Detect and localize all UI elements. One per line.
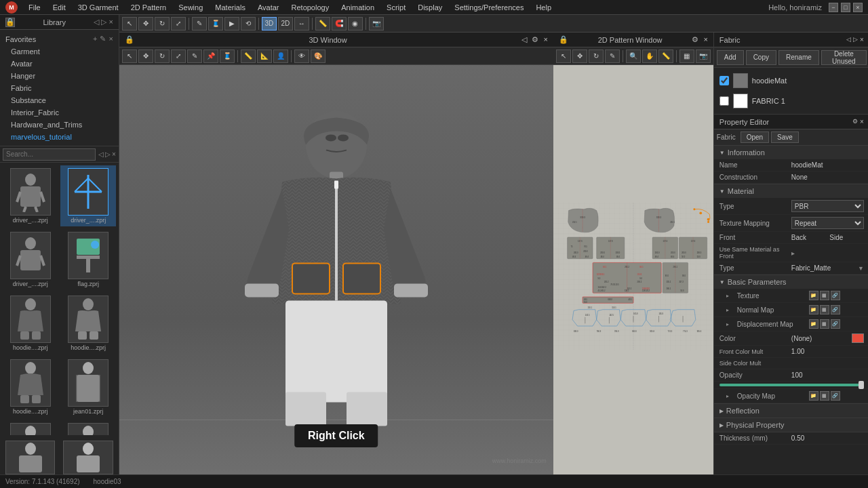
3d-tb-pin[interactable]: 📌 xyxy=(203,49,218,63)
disp-browse-icon[interactable]: 📁 xyxy=(809,319,818,329)
delete-fabric-button[interactable]: Delete Unused xyxy=(821,50,867,65)
minimize-btn[interactable]: − xyxy=(829,3,838,12)
disp-grid-icon[interactable]: ▦ xyxy=(820,319,829,329)
prop-section-material-header[interactable]: ▼ Material xyxy=(714,184,868,198)
menu-materials[interactable]: Materials xyxy=(210,2,251,13)
2d-tb-camera[interactable]: 📷 xyxy=(696,49,711,63)
list-item[interactable]: driver_....zprj xyxy=(60,165,115,226)
3d-tb-rotate[interactable]: ↻ xyxy=(155,49,170,63)
list-item[interactable]: driver_....zprj xyxy=(3,165,58,226)
normalmap-link-icon[interactable]: 🔗 xyxy=(831,305,840,314)
toolbar-xray[interactable]: ◉ xyxy=(348,17,363,30)
toolbar-rotate[interactable]: ↻ xyxy=(155,17,170,30)
library-close-icon[interactable]: × xyxy=(108,18,113,26)
opmap-browse-icon[interactable]: 📁 xyxy=(809,391,818,401)
fav-hanger[interactable]: Hanger xyxy=(0,70,119,82)
fabric-swatch-hoodiemat[interactable] xyxy=(733,73,748,88)
fav-garment[interactable]: Garment xyxy=(0,45,119,58)
close-btn[interactable]: × xyxy=(853,3,863,12)
3d-tb-avatar[interactable]: 👤 xyxy=(273,49,288,63)
filter-close-icon[interactable]: × xyxy=(112,150,116,158)
opmap-link-icon[interactable]: 🔗 xyxy=(831,391,840,401)
3d-tb-edit[interactable]: ✎ xyxy=(187,49,202,63)
prop-save-button[interactable]: Save xyxy=(771,131,799,143)
list-item[interactable]: hoodie....zprj xyxy=(60,293,115,354)
menu-retopology[interactable]: Retopology xyxy=(286,2,335,13)
fabric-list-item-hoodiemat[interactable]: hoodieMat xyxy=(717,70,867,91)
opmap-grid-icon[interactable]: ▦ xyxy=(820,391,829,401)
library-search-input[interactable] xyxy=(3,148,96,161)
menu-settings[interactable]: Settings/Preferences xyxy=(449,2,529,13)
fabric-panel-close[interactable]: × xyxy=(860,36,864,43)
filter-prev-icon[interactable]: ◁ xyxy=(98,150,104,158)
viewport-3d-settings[interactable]: ⚙ xyxy=(532,35,538,43)
3d-tb-select[interactable]: ↖ xyxy=(122,49,137,63)
prop-type2-arrow[interactable]: ▼ xyxy=(858,265,864,272)
prop-editor-settings[interactable]: ⚙ xyxy=(852,118,858,125)
fabric-list-item-fabric1[interactable]: FABRIC 1 xyxy=(717,91,867,111)
list-item[interactable]: flag.zprj xyxy=(60,229,115,290)
toolbar-edit[interactable]: ✎ xyxy=(192,17,207,30)
list-item[interactable]: layer.zprj xyxy=(60,420,115,435)
viewport-2d-close[interactable]: × xyxy=(703,35,707,43)
menu-file[interactable]: File xyxy=(23,2,46,13)
fav-avatar[interactable]: Avatar xyxy=(0,58,119,70)
viewport-3d-lock[interactable]: 🔒 xyxy=(125,35,134,44)
menu-edit[interactable]: Edit xyxy=(47,2,71,13)
toolbar-viewboth[interactable]: ↔ xyxy=(294,17,309,30)
2d-tb-measure[interactable]: 📏 xyxy=(658,49,673,63)
library-lock-icon[interactable]: 🔒 xyxy=(5,18,15,27)
prop-tex-mapping-select[interactable]: Repeat xyxy=(791,217,864,229)
viewport-2d-content[interactable]: 339.3 232.1 339.3 232.1 xyxy=(553,65,713,488)
prop-type-select[interactable]: PBR xyxy=(791,200,864,212)
prop-editor-close[interactable]: × xyxy=(860,118,864,125)
menu-2d-pattern[interactable]: 2D Pattern xyxy=(125,2,172,13)
toolbar-view3d[interactable]: 3D xyxy=(262,17,277,30)
menu-3d-garment[interactable]: 3D Garment xyxy=(73,2,124,13)
prop-section-information-header[interactable]: ▼ Information xyxy=(714,146,868,159)
fabric-panel-next[interactable]: ▷ xyxy=(853,36,858,43)
maximize-btn[interactable]: □ xyxy=(841,3,850,12)
2d-tb-arrange[interactable]: ▦ xyxy=(679,49,694,63)
2d-tb-edit[interactable]: ✎ xyxy=(605,49,620,63)
fav-fabric[interactable]: Fabric xyxy=(0,82,119,94)
list-item[interactable]: jean02.zprj xyxy=(3,420,58,435)
list-item[interactable]: hoodie....zprj xyxy=(3,293,58,354)
filter-next-icon[interactable]: ▷ xyxy=(105,150,111,158)
3d-tb-move[interactable]: ✥ xyxy=(138,49,153,63)
library-icon-left[interactable]: ◁ xyxy=(94,18,99,26)
toolbar-camera[interactable]: 📷 xyxy=(369,17,384,30)
3d-tb-color[interactable]: 🎨 xyxy=(311,49,326,63)
normalmap-grid-icon[interactable]: ▦ xyxy=(820,305,829,314)
favorites-remove-icon[interactable]: × xyxy=(108,35,113,43)
normalmap-browse-icon[interactable]: 📁 xyxy=(809,305,818,314)
fav-substance[interactable]: Substance xyxy=(0,94,119,106)
list-item[interactable]: driver_....zprj xyxy=(3,229,58,290)
menu-display[interactable]: Display xyxy=(412,2,448,13)
favorites-edit-icon[interactable]: ✎ xyxy=(100,35,106,43)
menu-help[interactable]: Help xyxy=(530,2,557,13)
toolbar-sew[interactable]: 🧵 xyxy=(208,17,223,30)
2d-tb-zoom[interactable]: 🔍 xyxy=(626,49,641,63)
toolbar-snap[interactable]: 🧲 xyxy=(332,17,347,30)
fabric-check-fabric1[interactable] xyxy=(719,96,729,106)
fav-interior-fabric[interactable]: Interior_Fabric xyxy=(0,106,119,119)
opacitymap-expand-icon[interactable]: ▸ xyxy=(726,393,733,399)
viewport-2d-settings[interactable]: ⚙ xyxy=(692,35,698,43)
fabric-check-hoodiemat[interactable] xyxy=(719,76,729,85)
normalmap-expand-icon[interactable]: ▸ xyxy=(726,307,733,313)
opacity-slider-handle[interactable] xyxy=(859,381,864,389)
viewport-3d-close[interactable]: × xyxy=(543,35,547,43)
texture-link-icon[interactable]: 🔗 xyxy=(831,291,840,300)
disp-link-icon[interactable]: 🔗 xyxy=(831,319,840,329)
fabric-swatch-fabric1[interactable] xyxy=(733,94,748,108)
menu-script[interactable]: Script xyxy=(381,2,411,13)
library-icon-right[interactable]: ▷ xyxy=(101,18,106,26)
list-item[interactable]: hoodie....zprj xyxy=(3,357,58,418)
opacity-slider-track[interactable] xyxy=(719,384,864,386)
prop-section-basic-header[interactable]: ▼ Basic Parameters xyxy=(714,275,868,289)
2d-tb-select[interactable]: ↖ xyxy=(556,49,571,63)
menu-avatar[interactable]: Avatar xyxy=(252,2,285,13)
rename-fabric-button[interactable]: Rename xyxy=(778,50,819,65)
3d-tb-measure[interactable]: 📏 xyxy=(241,49,256,63)
